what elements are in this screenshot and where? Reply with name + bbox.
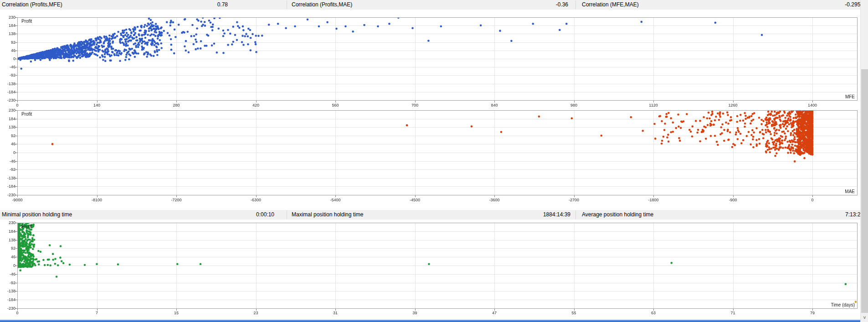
x-tick-label: 71: [715, 311, 751, 316]
y-tick-label: -46: [0, 159, 15, 164]
profit-vs-mae-chart: Profit MAE: [17, 110, 857, 195]
x-axis-title: MAE: [845, 189, 855, 194]
correlation-profits-mfe-value: 0.78: [178, 0, 228, 10]
minimal-holding-time-value: 0:00:10: [224, 210, 274, 220]
profit-vs-time-chart: Profit Time (days): [17, 223, 857, 308]
y-tick-label: -46: [0, 65, 15, 70]
correlation-mfe-mae-value: -0.2952: [813, 0, 863, 10]
tester-graphs-panel: Correlation (Profits,MFE) 0.78 Correlati…: [0, 0, 868, 322]
x-tick-label: 63: [635, 311, 672, 316]
y-tick-label: -230: [0, 193, 15, 198]
x-tick-label: -1800: [635, 198, 672, 203]
correlation-profits-mae-value: -0.36: [518, 0, 568, 10]
x-tick-label: -8100: [79, 198, 115, 203]
y-tick-label: 230: [0, 108, 15, 113]
profit-vs-mfe-chart: Profit MFE: [17, 17, 857, 100]
y-tick-label: 46: [0, 255, 15, 260]
y-tick-label: 138: [0, 125, 15, 130]
x-tick-label: -7200: [158, 198, 195, 203]
x-tick-label: -900: [715, 198, 751, 203]
stats-bar-divider: [575, 0, 576, 9]
y-tick-label: 230: [0, 15, 15, 20]
x-tick-label: 31: [317, 311, 354, 316]
y-tick-label: 184: [0, 229, 15, 234]
correlation-stats-bar: Correlation (Profits,MFE) 0.78 Correlati…: [0, 0, 868, 10]
y-tick-label: 46: [0, 142, 15, 147]
scrollbar-down-button[interactable]: ˅: [861, 314, 868, 322]
x-tick-label: -2700: [556, 198, 592, 203]
y-tick-label: 0: [0, 150, 15, 155]
y-axis-title: Profit: [21, 19, 32, 24]
x-tick-label: 0: [794, 198, 831, 203]
x-tick-label: 79: [794, 311, 831, 316]
x-tick-label: 980: [556, 103, 592, 108]
x-tick-label: 560: [317, 103, 354, 108]
correlation-profits-mae-label: Correlation (Profits,MAE): [292, 0, 352, 10]
x-tick-label: -6300: [238, 198, 274, 203]
stats-bar-divider: [287, 0, 287, 9]
y-tick-label: 0: [0, 56, 15, 61]
scrollbar-thumb[interactable]: [861, 69, 868, 313]
x-tick-label: 140: [79, 103, 115, 108]
y-tick-label: -138: [0, 82, 15, 87]
y-tick-label: 92: [0, 40, 15, 45]
y-axis-title: Profit: [21, 112, 32, 117]
y-tick-label: 138: [0, 31, 15, 36]
stats-bar-divider: [287, 210, 287, 219]
y-tick-label: -184: [0, 297, 15, 302]
y-tick-label: 92: [0, 133, 15, 138]
y-tick-label: 230: [0, 220, 15, 225]
x-tick-label: 0: [0, 311, 36, 316]
y-tick-label: -92: [0, 167, 15, 172]
y-tick-label: -230: [0, 98, 15, 103]
y-tick-label: -138: [0, 289, 15, 294]
x-tick-label: 1120: [635, 103, 672, 108]
holding-time-stats-bar: Minimal position holding time 0:00:10 Ma…: [0, 210, 868, 220]
x-tick-label: 55: [556, 311, 592, 316]
maximal-holding-time-label: Maximal position holding time: [292, 210, 363, 220]
y-tick-label: -92: [0, 281, 15, 286]
x-tick-label: -5400: [317, 198, 354, 203]
y-tick-label: 138: [0, 238, 15, 243]
average-holding-time-value: 7:13:21: [813, 210, 863, 220]
average-holding-time-label: Average position holding time: [582, 210, 653, 220]
x-tick-label: 47: [476, 311, 513, 316]
vertical-scrollbar[interactable]: ˅: [860, 0, 868, 322]
x-tick-label: -3600: [476, 198, 513, 203]
minimal-holding-time-label: Minimal position holding time: [2, 210, 72, 220]
y-tick-label: -138: [0, 176, 15, 181]
x-tick-label: 7: [79, 311, 115, 316]
y-tick-label: -184: [0, 90, 15, 95]
y-tick-label: 184: [0, 23, 15, 28]
x-tick-label: 23: [238, 311, 274, 316]
bottom-edge-strip: [0, 320, 860, 322]
y-tick-label: 0: [0, 263, 15, 268]
x-tick-label: -4500: [397, 198, 433, 203]
x-tick-label: 39: [397, 311, 433, 316]
y-tick-label: -46: [0, 272, 15, 277]
x-axis-title: Time (days): [831, 302, 855, 307]
y-tick-label: 184: [0, 117, 15, 122]
x-tick-label: -9000: [0, 198, 36, 203]
x-tick-label: 840: [476, 103, 513, 108]
y-tick-label: -184: [0, 184, 15, 189]
maximal-holding-time-value: 1884:14:39: [520, 210, 570, 220]
correlation-mfe-mae-label: Correlation (MFE,MAE): [582, 0, 639, 10]
correlation-profits-mfe-label: Correlation (Profits,MFE): [2, 0, 62, 10]
y-axis-title: Profit: [21, 224, 32, 229]
x-tick-label: 420: [238, 103, 274, 108]
y-tick-label: 92: [0, 246, 15, 251]
x-axis-title: MFE: [845, 94, 855, 99]
chevron-down-icon: ˅: [863, 315, 866, 320]
x-tick-label: 0: [0, 103, 36, 108]
x-tick-label: 1260: [715, 103, 751, 108]
y-tick-label: -92: [0, 73, 15, 78]
x-tick-label: 1400: [794, 103, 831, 108]
y-tick-label: 46: [0, 48, 15, 53]
x-tick-label: 280: [158, 103, 195, 108]
x-tick-label: 700: [397, 103, 433, 108]
stats-bar-divider: [575, 210, 576, 219]
x-tick-label: 15: [158, 311, 195, 316]
